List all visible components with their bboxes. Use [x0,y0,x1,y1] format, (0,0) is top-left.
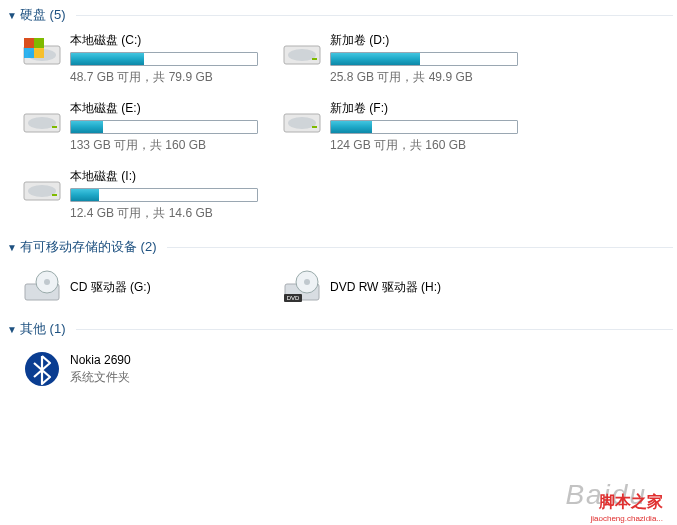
collapse-arrow-icon: ▼ [4,242,20,253]
drive-usage-text: 12.4 GB 可用，共 14.6 GB [70,205,278,222]
section-divider [76,329,674,330]
svg-point-23 [304,279,310,285]
drive-item[interactable]: 新加卷 (F:) 124 GB 可用，共 160 GB [278,100,538,154]
drive-label: 本地磁盘 (C:) [70,32,278,49]
section-title: 其他 (1) [20,320,66,338]
removable-grid: CD 驱动器 (G:) DVD DVD RW 驱动器 (H:) [0,260,677,314]
watermark-url: jiaocheng.chazidia... [591,514,664,523]
device-item[interactable]: DVD DVD RW 驱动器 (H:) [278,266,538,308]
bluetooth-icon [18,348,66,390]
svg-rect-3 [34,38,44,48]
drive-icon [278,100,326,142]
drive-icon [18,168,66,210]
device-item[interactable]: CD 驱动器 (G:) [18,266,278,308]
drive-usage-text: 133 GB 可用，共 160 GB [70,137,278,154]
other-grid: Nokia 2690 系统文件夹 [0,342,677,396]
section-header-hdd[interactable]: ▼ 硬盘 (5) [0,0,677,28]
watermark-red: 脚本之家 [599,492,663,513]
svg-point-20 [44,279,50,285]
svg-point-16 [28,185,56,197]
svg-rect-17 [52,194,57,196]
device-label: DVD RW 驱动器 (H:) [330,279,441,296]
svg-rect-14 [312,126,317,128]
svg-rect-11 [52,126,57,128]
drive-usage-text: 48.7 GB 可用，共 79.9 GB [70,69,278,86]
drive-usage-text: 124 GB 可用，共 160 GB [330,137,538,154]
drive-usage-bar [70,188,258,202]
drive-icon [18,100,66,142]
section-divider [167,247,674,248]
section-title: 硬盘 (5) [20,6,66,24]
device-subtitle: 系统文件夹 [70,369,131,386]
drives-grid: 本地磁盘 (C:) 48.7 GB 可用，共 79.9 GB 新加卷 (D:) … [0,28,677,232]
svg-point-10 [28,117,56,129]
drive-item[interactable]: 本地磁盘 (E:) 133 GB 可用，共 160 GB [18,100,278,154]
svg-rect-5 [34,48,44,58]
svg-point-13 [288,117,316,129]
drive-usage-bar [70,120,258,134]
section-header-other[interactable]: ▼ 其他 (1) [0,314,677,342]
drive-usage-bar [70,52,258,66]
drive-usage-bar [330,52,518,66]
svg-text:DVD: DVD [287,295,300,301]
drive-usage-bar [330,120,518,134]
svg-rect-8 [312,58,317,60]
section-title: 有可移动存储的设备 (2) [20,238,157,256]
drive-icon [278,32,326,74]
drive-icon [18,32,66,74]
drive-item[interactable]: 本地磁盘 (I:) 12.4 GB 可用，共 14.6 GB [18,168,278,222]
collapse-arrow-icon: ▼ [4,10,20,21]
drive-label: 新加卷 (D:) [330,32,538,49]
device-label: Nokia 2690 [70,353,131,367]
device-item[interactable]: Nokia 2690 系统文件夹 [18,348,278,390]
svg-point-7 [288,49,316,61]
svg-rect-4 [24,48,34,58]
drive-item[interactable]: 本地磁盘 (C:) 48.7 GB 可用，共 79.9 GB [18,32,278,86]
section-divider [76,15,674,16]
section-header-removable[interactable]: ▼ 有可移动存储的设备 (2) [0,232,677,260]
drive-label: 本地磁盘 (I:) [70,168,278,185]
cd-drive-icon [18,266,66,308]
dvd-drive-icon: DVD [278,266,326,308]
device-label: CD 驱动器 (G:) [70,279,151,296]
svg-rect-2 [24,38,34,48]
drive-item[interactable]: 新加卷 (D:) 25.8 GB 可用，共 49.9 GB [278,32,538,86]
drive-label: 本地磁盘 (E:) [70,100,278,117]
drive-usage-text: 25.8 GB 可用，共 49.9 GB [330,69,538,86]
collapse-arrow-icon: ▼ [4,324,20,335]
drive-label: 新加卷 (F:) [330,100,538,117]
